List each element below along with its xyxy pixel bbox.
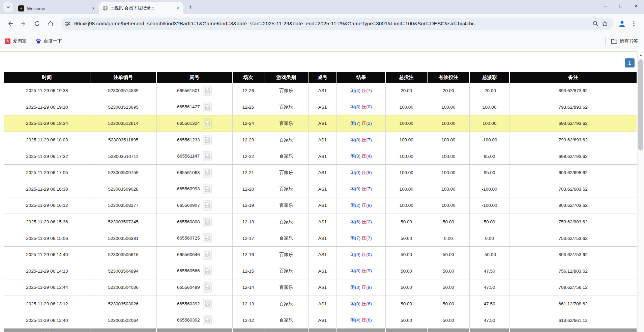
back-button[interactable] xyxy=(4,18,16,29)
zoom-indicator-button[interactable] xyxy=(591,19,600,28)
cell-bet-id: 523003514539 xyxy=(90,83,156,99)
header-result: 结果 xyxy=(337,72,385,83)
cell-bet-id: 523003507245 xyxy=(90,214,156,230)
bookmark-star-button[interactable] xyxy=(600,19,610,28)
bookmark-baidu[interactable]: 百度一下 xyxy=(35,38,62,44)
browser-window: ✦ Welcome × :::视讯 会员下注纪录::: × + ─ □ ✕ xyxy=(0,0,644,332)
table-row: 2025-11-29 06:17:05523003509759665561063… xyxy=(4,164,637,181)
cell-result: 闲(7) 庄(2) xyxy=(337,115,385,132)
bookmarks-right: 所有书签 xyxy=(605,37,639,45)
table-row: 2025-11-29 06:13:44523003504036665560489… xyxy=(4,279,637,296)
table-row: 2025-11-29 06:16:38523003509028665560993… xyxy=(4,181,637,197)
cell-time: 2025-11-29 06:19:10 xyxy=(4,99,90,115)
cell-time: 2025-11-29 06:15:06 xyxy=(4,230,90,247)
cell-table-no: AS1 xyxy=(308,230,336,247)
cell-round-id: 665561147 xyxy=(156,148,232,165)
tab-welcome[interactable]: ✦ Welcome × xyxy=(15,3,99,14)
profile-avatar[interactable] xyxy=(617,19,627,29)
page-scrollbar[interactable]: ▲ xyxy=(637,51,644,332)
video-replay-button[interactable] xyxy=(203,282,212,293)
reload-icon xyxy=(34,20,40,27)
home-button[interactable] xyxy=(45,18,56,29)
header-table-no: 桌号 xyxy=(308,72,336,83)
cell-table-no: AS1 xyxy=(308,164,336,181)
page-top-strip xyxy=(0,51,637,52)
table-row: 2025-11-29 06:17:32523003510711665561147… xyxy=(4,148,637,165)
video-replay-button[interactable] xyxy=(203,118,212,129)
video-replay-button[interactable] xyxy=(203,86,212,96)
bookmark-taobao[interactable]: 淘 爱淘宝 xyxy=(5,38,27,44)
cell-result: 闲(7) 庄(7) xyxy=(337,230,385,247)
bookmark-label: 爱淘宝 xyxy=(13,38,27,44)
cell-bet-id: 523003509759 xyxy=(90,164,156,181)
film-icon xyxy=(205,120,210,126)
tab-close-icon[interactable]: × xyxy=(175,5,181,11)
result-banker: 庄 xyxy=(362,268,367,273)
cell-payout: 0.00 xyxy=(470,230,509,247)
cell-round-id: 665560993 xyxy=(156,181,232,197)
film-icon xyxy=(205,284,210,290)
result-player: 闲(3) xyxy=(350,154,360,159)
video-replay-button[interactable] xyxy=(203,151,212,161)
all-bookmarks-button[interactable]: 所有书签 xyxy=(611,38,638,44)
forward-arrow-icon xyxy=(20,20,27,27)
cell-result: 闲(4) 庄(7) xyxy=(337,83,385,99)
table-row: 2025-11-29 06:14:13523003504894665560566… xyxy=(4,263,637,279)
cell-table-no: AS1 xyxy=(308,99,336,115)
cell-remark: 803.62/703.62 xyxy=(509,197,637,214)
video-replay-button[interactable] xyxy=(203,102,212,112)
video-replay-button[interactable] xyxy=(203,315,212,325)
tab-search-button[interactable] xyxy=(3,2,13,12)
maximize-button[interactable]: □ xyxy=(613,0,628,11)
result-player: 闲(8) xyxy=(350,268,360,273)
video-replay-button[interactable] xyxy=(203,266,212,276)
tab-bet-records[interactable]: :::视讯 会员下注纪录::: × xyxy=(99,2,183,14)
baidu-paw-icon xyxy=(35,38,41,44)
cell-time: 2025-11-29 06:14:13 xyxy=(4,263,90,279)
video-replay-button[interactable] xyxy=(203,233,212,243)
cell-remark: 793.62/893.62 xyxy=(509,99,637,115)
page-content: 1 时间 注单编号 局号 场次 游戏类别 桌号 结果 总投注 有效投注 总 xyxy=(0,49,644,332)
forward-button[interactable] xyxy=(18,18,29,29)
cell-session: 12-21 xyxy=(232,164,264,181)
film-icon xyxy=(205,186,210,192)
cell-total-bet: 50.00 xyxy=(385,263,427,279)
browser-menu-button[interactable] xyxy=(628,18,640,29)
cell-game-category: 百家乐 xyxy=(264,132,308,148)
taobao-icon: 淘 xyxy=(5,38,10,44)
video-replay-button[interactable] xyxy=(203,200,212,211)
address-bar[interactable]: 66cxkj98.com/game/betrecord_search/kind3… xyxy=(61,18,614,30)
table-row: 2025-11-29 06:18:03523003511695665561233… xyxy=(4,132,637,148)
video-replay-button[interactable] xyxy=(203,184,212,194)
cell-table-no: AS1 xyxy=(308,246,336,263)
result-banker: 庄 xyxy=(362,186,367,191)
new-tab-button[interactable]: + xyxy=(185,2,195,12)
cell-table-no: AS1 xyxy=(308,263,336,279)
url-text: 66cxkj98.com/game/betrecord_search/kind3… xyxy=(74,21,591,27)
video-replay-button[interactable] xyxy=(203,217,212,227)
scroll-up-icon[interactable]: ▲ xyxy=(638,53,644,57)
cell-payout: 95.00 xyxy=(470,164,509,181)
cell-game-category: 百家乐 xyxy=(264,181,308,197)
cell-result: 闲(8) 庄(7) xyxy=(337,132,385,148)
reload-button[interactable] xyxy=(31,18,43,29)
tab-close-icon[interactable]: × xyxy=(90,5,96,11)
tab-strip: ✦ Welcome × :::视讯 会员下注纪录::: × + ─ □ ✕ xyxy=(0,0,644,14)
video-replay-button[interactable] xyxy=(203,250,212,260)
film-icon xyxy=(205,236,210,241)
table-row: 2025-11-29 06:16:12523003508277665560907… xyxy=(4,197,637,214)
cell-valid-bet: 50.00 xyxy=(427,312,470,329)
bet-records-table: 时间 注单编号 局号 场次 游戏类别 桌号 结果 总投注 有效投注 总派彩 备注… xyxy=(4,72,637,332)
header-remark: 备注 xyxy=(509,72,637,83)
scrollbar-thumb[interactable] xyxy=(638,59,643,150)
header-game-category: 游戏类别 xyxy=(264,72,308,83)
close-button[interactable]: ✕ xyxy=(628,0,644,11)
table-row: 2025-11-29 06:15:06523003506381665560725… xyxy=(4,230,637,247)
video-replay-button[interactable] xyxy=(203,168,212,178)
cell-time: 2025-11-29 06:14:40 xyxy=(4,246,90,263)
minimize-button[interactable]: ─ xyxy=(597,0,613,11)
video-replay-button[interactable] xyxy=(203,299,212,309)
video-replay-button[interactable] xyxy=(203,135,212,145)
table-row: 2025-11-29 06:13:12523003503026665560392… xyxy=(4,296,637,312)
pagination-page-1[interactable]: 1 xyxy=(625,58,635,67)
